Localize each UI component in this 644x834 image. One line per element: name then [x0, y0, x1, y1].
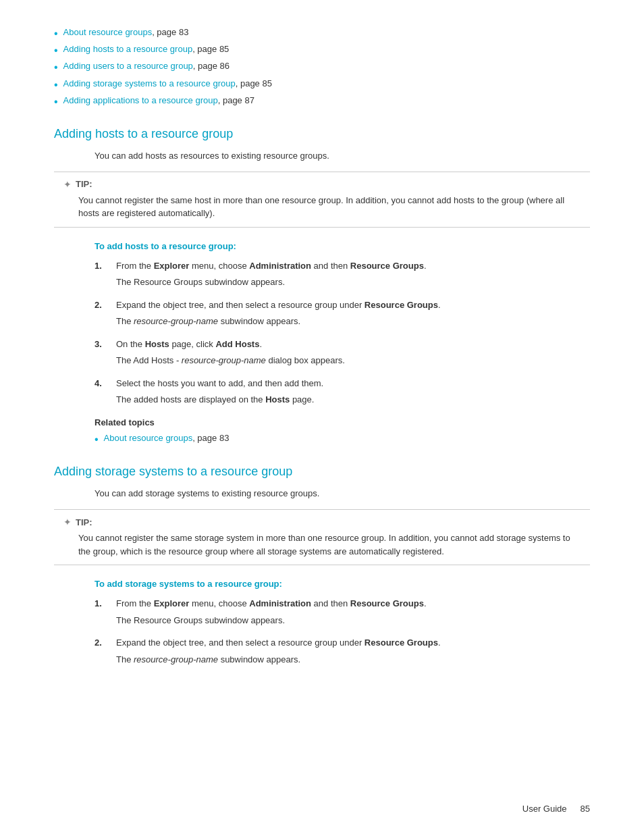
list-item-text: Adding hosts to a resource group, page 8… [63, 44, 230, 54]
step-2-text: Expand the object tree, and then select … [116, 300, 441, 310]
step-4-text: Select the hosts you want to add, and th… [116, 378, 323, 388]
tip-bulb-icon: ✦ [63, 179, 72, 190]
s2-step-1-text: From the Explorer menu, choose Administr… [116, 598, 427, 608]
list-item: • Adding hosts to a resource group, page… [54, 44, 590, 57]
step-2: 2. Expand the object tree, and then sele… [95, 298, 590, 328]
section1-tip-box: ✦ TIP: You cannot register the same host… [54, 172, 590, 228]
related-topic-text: About resource groups, page 83 [104, 433, 230, 443]
step-1-content: From the Explorer menu, choose Administr… [116, 259, 590, 289]
section2-steps: 1. From the Explorer menu, choose Admini… [95, 597, 590, 666]
s2-step-2-content: Expand the object tree, and then select … [116, 636, 590, 666]
tip-label: TIP: [76, 179, 92, 189]
list-item-text: Adding storage systems to a resource gro… [63, 78, 272, 88]
tip-header: ✦ TIP: [63, 179, 581, 190]
step-4-content: Select the hosts you want to add, and th… [116, 377, 590, 407]
page-footer: User Guide 85 [522, 804, 590, 814]
s2-step-2-result: The resource-group-name subwindow appear… [116, 653, 590, 667]
section2-tip-label: TIP: [76, 517, 92, 527]
section1-procedure-title: To add hosts to a resource group: [95, 241, 590, 251]
step-3-result: The Add Hosts - resource-group-name dial… [116, 354, 590, 367]
step-number-1: 1. [95, 259, 111, 273]
step-3: 3. On the Hosts page, click Add Hosts. T… [95, 338, 590, 367]
section2-heading: Adding storage systems to a resource gro… [54, 465, 590, 479]
adding-hosts-link[interactable]: Adding hosts to a resource group [63, 44, 193, 54]
step-number-2: 2. [95, 298, 111, 312]
section1-heading: Adding hosts to a resource group [54, 127, 590, 141]
bullet-dot: • [54, 27, 58, 40]
section2-tip-header: ✦ TIP: [63, 517, 581, 527]
list-item: • Adding applications to a resource grou… [54, 95, 590, 108]
adding-storage-link[interactable]: Adding storage systems to a resource gro… [63, 78, 236, 88]
bullet-dot: • [54, 78, 58, 91]
section1-intro: You can add hosts as resources to existi… [95, 151, 590, 161]
s2-step-1: 1. From the Explorer menu, choose Admini… [95, 597, 590, 627]
bullet-dot: • [54, 61, 58, 74]
step-2-content: Expand the object tree, and then select … [116, 298, 590, 328]
section2-procedure-title: To add storage systems to a resource gro… [95, 579, 590, 589]
section2-tip-text: You cannot register the same storage sys… [78, 531, 581, 558]
step-3-text: On the Hosts page, click Add Hosts. [116, 339, 262, 349]
adding-users-link[interactable]: Adding users to a resource group [63, 61, 193, 71]
footer-label: User Guide [522, 804, 567, 814]
related-about-resource-groups-link[interactable]: About resource groups [104, 433, 193, 443]
s2-step-1-content: From the Explorer menu, choose Administr… [116, 597, 590, 627]
s2-step-number-2: 2. [95, 636, 111, 650]
step-4: 4. Select the hosts you want to add, and… [95, 377, 590, 407]
s2-step-number-1: 1. [95, 597, 111, 610]
list-item-text: Adding applications to a resource group,… [63, 95, 254, 105]
footer-page-number: 85 [581, 804, 590, 814]
list-item-text: About resource groups, page 83 [63, 27, 189, 37]
list-item: • About resource groups, page 83 [54, 27, 590, 40]
related-topics-heading: Related topics [95, 417, 590, 427]
s2-step-1-result: The Resource Groups subwindow appears. [116, 614, 590, 627]
bullet-dot: • [95, 433, 99, 446]
s2-step-2-text: Expand the object tree, and then select … [116, 637, 441, 648]
bullet-dot: • [54, 95, 58, 108]
section2-tip-box: ✦ TIP: You cannot register the same stor… [54, 509, 590, 565]
related-topics-list: • About resource groups, page 83 [95, 433, 590, 446]
section2-tip-bulb-icon: ✦ [63, 517, 72, 527]
list-item: • Adding users to a resource group, page… [54, 61, 590, 74]
step-3-content: On the Hosts page, click Add Hosts. The … [116, 338, 590, 367]
list-item: • Adding storage systems to a resource g… [54, 78, 590, 91]
step-1-result: The Resource Groups subwindow appears. [116, 276, 590, 289]
step-1-text: From the Explorer menu, choose Administr… [116, 261, 427, 271]
tip-text: You cannot register the same host in mor… [78, 194, 581, 220]
step-4-result: The added hosts are displayed on the Hos… [116, 393, 590, 407]
section1-steps: 1. From the Explorer menu, choose Admini… [95, 259, 590, 407]
page-container: • About resource groups, page 83 • Addin… [0, 0, 644, 834]
intro-bullet-list: • About resource groups, page 83 • Addin… [54, 27, 590, 108]
step-number-3: 3. [95, 338, 111, 351]
list-item-text: Adding users to a resource group, page 8… [63, 61, 230, 71]
bullet-dot: • [54, 44, 58, 57]
adding-applications-link[interactable]: Adding applications to a resource group [63, 95, 218, 105]
section2-intro: You can add storage systems to existing … [95, 488, 590, 498]
related-topic-item: • About resource groups, page 83 [95, 433, 590, 446]
s2-step-2: 2. Expand the object tree, and then sele… [95, 636, 590, 666]
step-1: 1. From the Explorer menu, choose Admini… [95, 259, 590, 289]
about-resource-groups-link[interactable]: About resource groups [63, 27, 153, 37]
step-number-4: 4. [95, 377, 111, 390]
step-2-result: The resource-group-name subwindow appear… [116, 315, 590, 328]
